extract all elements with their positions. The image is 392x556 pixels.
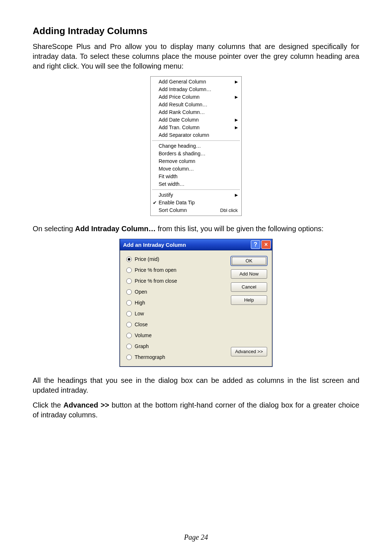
menu-item[interactable]: Add Date Column ▶ xyxy=(151,116,241,124)
radio-icon xyxy=(126,333,132,338)
menu-item-label: Justify xyxy=(159,192,235,199)
radio-label: Open xyxy=(135,289,147,295)
menu-item-label: Remove column xyxy=(159,158,238,165)
menu-item-label: Change heading… xyxy=(159,143,238,150)
menu-item-label: Add Date Column xyxy=(159,116,235,123)
radio-option[interactable]: Low xyxy=(126,311,228,316)
menu-item-label: Borders & shading… xyxy=(159,150,238,157)
radio-icon xyxy=(126,257,132,262)
menu-item[interactable]: Change heading… xyxy=(151,142,241,150)
menu-item-label: Add General Column xyxy=(159,78,235,85)
submenu-arrow-icon: ▶ xyxy=(235,116,238,123)
ok-button[interactable]: OK xyxy=(231,256,267,266)
radio-option[interactable]: Graph xyxy=(126,343,228,349)
submenu-arrow-icon: ▶ xyxy=(235,94,238,101)
radio-option[interactable]: Thermograph xyxy=(126,354,228,360)
radio-icon xyxy=(126,278,132,284)
radio-label: Thermograph xyxy=(135,354,165,360)
menu-item[interactable]: Borders & shading… xyxy=(151,150,241,158)
menu-item-label: Enable Data Tip xyxy=(159,199,238,206)
radio-label: Low xyxy=(135,311,144,316)
radio-label: Price (mid) xyxy=(135,256,159,262)
text-bold: Advanced >> xyxy=(64,401,109,409)
menu-item-label: Add Result Column… xyxy=(159,101,238,108)
radio-icon xyxy=(126,355,132,360)
menu-item[interactable]: Add Separator column xyxy=(151,131,241,139)
radio-label: Price % from close xyxy=(135,278,177,284)
menu-separator xyxy=(152,189,240,190)
radio-option[interactable]: High xyxy=(126,300,228,306)
add-intraday-column-dialog: Add an Intraday Column ? × Price (mid) P… xyxy=(119,239,273,367)
menu-item[interactable]: Justify ▶ xyxy=(151,191,241,199)
intro-paragraph: ShareScope Plus and Pro allow you to dis… xyxy=(33,42,359,71)
menu-item-label: Add Separator column xyxy=(159,132,238,139)
radio-option[interactable]: Close xyxy=(126,322,228,327)
submenu-arrow-icon: ▶ xyxy=(235,78,238,85)
menu-item-shortcut: Dbl click xyxy=(220,207,238,214)
radio-icon xyxy=(126,267,132,273)
add-now-button[interactable]: Add Now xyxy=(231,269,267,279)
radio-label: Close xyxy=(135,322,148,327)
close-icon[interactable]: × xyxy=(261,240,271,249)
radio-icon xyxy=(126,344,132,349)
text: Click the xyxy=(33,401,64,409)
menu-item-label: Sort Column xyxy=(159,207,220,214)
radio-icon xyxy=(126,311,132,316)
menu-item[interactable]: Remove column xyxy=(151,158,241,165)
radio-option[interactable]: Price % from open xyxy=(126,267,228,273)
advanced-button[interactable]: Advanced >> xyxy=(231,347,267,356)
help-button[interactable]: Help xyxy=(231,295,267,305)
menu-item[interactable]: Add Result Column… xyxy=(151,101,241,109)
radio-label: Volume xyxy=(135,332,152,338)
page-number: Page 24 xyxy=(0,533,392,541)
cancel-button[interactable]: Cancel xyxy=(231,282,267,292)
menu-item[interactable]: ✔ Enable Data Tip xyxy=(151,199,241,207)
radio-option[interactable]: Price % from close xyxy=(126,278,228,284)
context-menu-figure: Add General Column ▶ Add Intraday Column… xyxy=(33,76,359,216)
radio-icon xyxy=(126,289,132,295)
menu-item-label: Add Rank Column… xyxy=(159,109,238,116)
text: On selecting xyxy=(33,225,75,233)
check-icon: ✔ xyxy=(153,199,157,206)
menu-item-label: Fit width xyxy=(159,173,238,180)
radio-label: Graph xyxy=(135,343,149,349)
middle-paragraph: On selecting Add Intraday Column… from t… xyxy=(33,224,359,234)
menu-item[interactable]: Add Rank Column… xyxy=(151,109,241,116)
menu-item[interactable]: Add Tran. Column ▶ xyxy=(151,124,241,131)
menu-separator xyxy=(152,140,240,141)
menu-item[interactable]: Add Intraday Column… xyxy=(151,86,241,93)
post-dialog-paragraph-1: All the headings that you see in the dia… xyxy=(33,376,359,395)
radio-group: Price (mid) Price % from open Price % fr… xyxy=(126,256,228,360)
submenu-arrow-icon: ▶ xyxy=(235,192,238,199)
menu-item-label: Set width… xyxy=(159,181,238,188)
text-bold: Add Intraday Column… xyxy=(75,225,156,233)
dialog-figure: Add an Intraday Column ? × Price (mid) P… xyxy=(33,239,359,367)
menu-item[interactable]: Add Price Column ▶ xyxy=(151,93,241,101)
menu-item[interactable]: Move column… xyxy=(151,165,241,173)
menu-item-label: Move column… xyxy=(159,165,238,172)
post-dialog-paragraph-2: Click the Advanced >> button at the bott… xyxy=(33,400,359,420)
text: from this list, you will be given the fo… xyxy=(156,225,323,233)
radio-icon xyxy=(126,300,132,306)
dialog-titlebar: Add an Intraday Column ? × xyxy=(120,239,272,250)
menu-item-label: Add Tran. Column xyxy=(159,124,235,131)
menu-item[interactable]: Fit width xyxy=(151,173,241,180)
menu-item[interactable]: Set width… xyxy=(151,180,241,188)
help-icon[interactable]: ? xyxy=(251,240,260,249)
menu-item[interactable]: Sort Column Dbl click xyxy=(151,207,241,214)
radio-option[interactable]: Open xyxy=(126,289,228,295)
submenu-arrow-icon: ▶ xyxy=(235,124,238,131)
section-heading: Adding Intraday Columns xyxy=(33,25,359,37)
menu-item[interactable]: Add General Column ▶ xyxy=(151,78,241,86)
menu-item-label: Add Price Column xyxy=(159,94,235,101)
radio-icon xyxy=(126,322,132,327)
radio-label: Price % from open xyxy=(135,267,176,273)
radio-option[interactable]: Volume xyxy=(126,332,228,338)
radio-label: High xyxy=(135,300,145,306)
radio-option[interactable]: Price (mid) xyxy=(126,256,228,262)
context-menu: Add General Column ▶ Add Intraday Column… xyxy=(150,76,242,216)
dialog-title: Add an Intraday Column xyxy=(123,242,251,248)
menu-item-label: Add Intraday Column… xyxy=(159,86,238,93)
